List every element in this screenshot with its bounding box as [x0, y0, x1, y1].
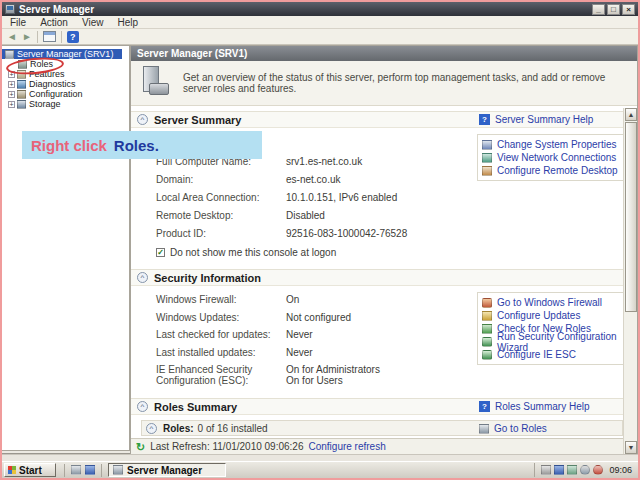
tray-audio-icon[interactable]: [541, 465, 551, 475]
checkbox-label: Do not show me this console at logon: [170, 247, 336, 258]
menu-view[interactable]: View: [82, 17, 104, 28]
tree-root-server-manager[interactable]: Server Manager (SRV1): [2, 49, 122, 59]
full-computer-name-value: srv1.es-net.co.uk: [286, 156, 466, 167]
new-roles-icon: [482, 324, 492, 334]
ie-esc-value-users: On for Users: [286, 375, 466, 386]
server-manager-icon: [113, 465, 123, 475]
go-to-roles-link[interactable]: Go to Roles: [479, 423, 547, 434]
checkbox-checked-icon[interactable]: ✓: [156, 248, 165, 257]
expand-icon[interactable]: +: [8, 101, 15, 108]
toolbar: ◄ ► ?: [2, 29, 638, 45]
details-pane-header: Server Manager (SRV1): [131, 46, 637, 61]
configure-refresh-link[interactable]: Configure refresh: [308, 441, 385, 452]
scroll-down-icon[interactable]: ▼: [625, 441, 637, 454]
server-toolbox-icon: [139, 66, 173, 100]
ie-esc-icon: [482, 350, 492, 360]
windows-updates-value: Not configured: [286, 312, 466, 323]
start-label: Start: [19, 465, 42, 476]
expand-icon[interactable]: +: [8, 91, 15, 98]
configuration-icon: [17, 90, 26, 99]
screenshot-root: Server Manager _ □ × File Action View He…: [0, 0, 640, 480]
server-manager-window: Server Manager _ □ × File Action View He…: [2, 2, 638, 454]
console-logon-checkbox-row[interactable]: ✓ Do not show me this console at logon: [156, 247, 336, 258]
tree-item-configuration[interactable]: + Configuration: [2, 89, 129, 99]
tree-item-label: Configuration: [29, 89, 83, 99]
security-information-header: ^ Security Information: [131, 269, 623, 286]
computer-icon: [5, 50, 14, 59]
minimize-button[interactable]: _: [592, 4, 605, 15]
windows-firewall-value: On: [286, 294, 466, 305]
run-security-configuration-wizard-link[interactable]: Run Security Configuration Wizard: [482, 335, 632, 348]
link-label: Go to Windows Firewall: [497, 297, 602, 308]
wizard-icon: [482, 337, 492, 347]
forward-icon[interactable]: ►: [22, 30, 32, 44]
last-installed-updates-value: Never: [286, 347, 466, 358]
ie-esc-value-admins: On for Administrators: [286, 364, 466, 375]
vertical-scrollbar[interactable]: ▲ ▼: [623, 108, 637, 454]
close-button[interactable]: ×: [622, 4, 635, 15]
taskbar: Start Server Manager 09:06: [2, 461, 638, 478]
collapse-chevron-icon[interactable]: ^: [137, 114, 148, 125]
storage-icon: [17, 100, 26, 109]
taskbar-button-server-manager[interactable]: Server Manager: [108, 463, 226, 477]
tree-item-storage[interactable]: + Storage: [2, 99, 129, 109]
show-console-tree-icon[interactable]: [43, 31, 56, 42]
lan-connection-value: 10.1.0.151, IPv6 enabled: [286, 192, 466, 203]
help-link-label: Roles Summary Help: [495, 401, 589, 412]
help-link-label: Server Summary Help: [495, 114, 593, 125]
change-system-properties-link[interactable]: Change System Properties: [482, 138, 632, 151]
menu-file[interactable]: File: [10, 17, 26, 28]
tray-network-icon[interactable]: [580, 465, 590, 475]
help-icon[interactable]: ?: [67, 31, 79, 43]
server-summary-title: Server Summary: [154, 114, 241, 126]
windows-firewall-label: Windows Firewall:: [156, 294, 284, 305]
roles-summary-header: ^ Roles Summary ? Roles Summary Help: [131, 398, 623, 415]
go-to-windows-firewall-link[interactable]: Go to Windows Firewall: [482, 296, 632, 309]
quick-launch-desktop-icon[interactable]: [85, 465, 95, 475]
scrollbar-thumb[interactable]: [625, 122, 637, 312]
details-pane: Server Manager (SRV1) Get an overview of…: [130, 45, 638, 454]
refresh-status-bar: ↻ Last Refresh: 11/01/2010 09:06:26 Conf…: [131, 438, 637, 454]
overview-banner: Get an overview of the status of this se…: [131, 61, 637, 106]
domain-label: Domain:: [156, 174, 284, 185]
domain-value: es-net.co.uk: [286, 174, 466, 185]
title-bar[interactable]: Server Manager _ □ ×: [2, 2, 638, 16]
link-label: View Network Connections: [497, 152, 616, 163]
menu-help[interactable]: Help: [117, 17, 138, 28]
tree-item-label: Storage: [29, 99, 61, 109]
tray-alert-icon[interactable]: [593, 465, 603, 475]
tree-item-diagnostics[interactable]: + Diagnostics: [2, 79, 129, 89]
start-button[interactable]: Start: [4, 463, 56, 477]
expand-icon[interactable]: +: [8, 81, 15, 88]
configure-remote-desktop-link[interactable]: Configure Remote Desktop: [482, 164, 632, 177]
link-label: Change System Properties: [497, 139, 617, 150]
back-icon[interactable]: ◄: [7, 30, 17, 44]
toolbar-separator: [37, 31, 38, 43]
menu-bar: File Action View Help: [2, 16, 638, 29]
maximize-button[interactable]: □: [607, 4, 620, 15]
overview-text: Get an overview of the status of this se…: [183, 72, 637, 94]
roles-installed-count: 0 of 16 installed: [198, 423, 268, 434]
tray-display-icon[interactable]: [554, 465, 564, 475]
menu-action[interactable]: Action: [40, 17, 68, 28]
remote-desktop-icon: [482, 166, 492, 176]
collapse-chevron-icon[interactable]: ^: [146, 423, 157, 434]
security-links: Go to Windows Firewall Configure Updates…: [477, 292, 633, 365]
tree-item-label: Diagnostics: [29, 79, 76, 89]
collapse-chevron-icon[interactable]: ^: [137, 272, 148, 283]
collapse-chevron-icon[interactable]: ^: [137, 401, 148, 412]
updates-icon: [482, 311, 492, 321]
lan-connection-label: Local Area Connection:: [156, 192, 284, 203]
configure-updates-link[interactable]: Configure Updates: [482, 309, 632, 322]
taskbar-clock: 09:06: [609, 465, 632, 475]
scroll-up-icon[interactable]: ▲: [625, 108, 637, 121]
quick-launch-server-icon[interactable]: [71, 465, 81, 475]
roles-summary-help-link[interactable]: ? Roles Summary Help: [479, 401, 589, 412]
annotation-target-text: Roles.: [114, 137, 159, 154]
app-icon: [5, 4, 15, 14]
tray-app-icon[interactable]: [567, 465, 577, 475]
server-summary-help-link[interactable]: ? Server Summary Help: [479, 114, 593, 125]
windows-flag-icon: [8, 466, 16, 474]
view-network-connections-link[interactable]: View Network Connections: [482, 151, 632, 164]
windows-updates-label: Windows Updates:: [156, 312, 284, 323]
